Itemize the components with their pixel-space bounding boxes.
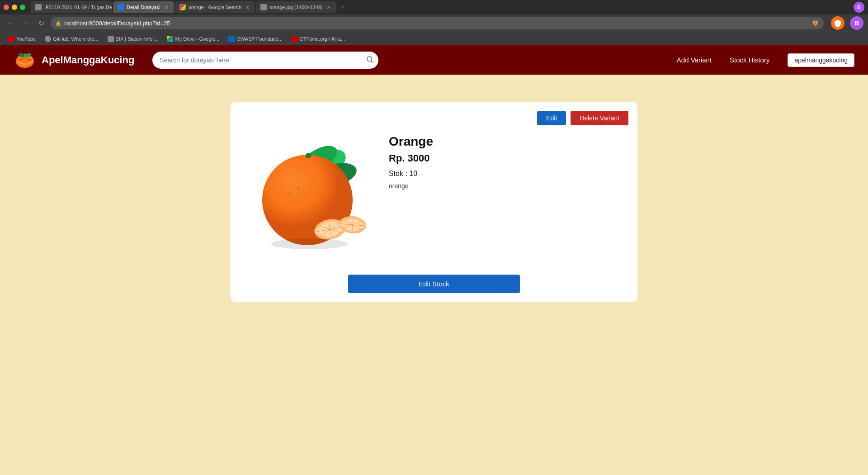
minimize-window-button[interactable] [12, 5, 17, 10]
svg-point-20 [325, 201, 326, 203]
bookmark-drive[interactable]: My Drive - Google... [163, 34, 223, 43]
bookmark-six[interactable]: SIX | Sistem Infor... [104, 34, 162, 43]
bookmark-youtube[interactable]: YouTube [5, 34, 39, 43]
search-container [152, 52, 378, 69]
bookmark-six-label: SIX | Sistem Infor... [116, 36, 158, 42]
svg-point-16 [293, 201, 295, 203]
close-window-button[interactable] [4, 5, 9, 10]
tab-favicon-2 [118, 4, 124, 10]
browser-tab-3[interactable]: orange - Google Search ✕ [175, 1, 255, 13]
svg-point-15 [320, 194, 322, 197]
bookmark-drive-label: My Drive - Google... [175, 36, 219, 42]
bookmark-ctf[interactable]: CTFtime.org / All a... [288, 34, 349, 43]
svg-point-19 [288, 192, 290, 194]
six-favicon [108, 36, 114, 42]
tab-bar: IF3110-2021-01-69 / Tugas Besar 1 ✕ Deta… [0, 0, 868, 14]
edit-button[interactable]: Edit [537, 111, 566, 125]
tab-favicon-1 [35, 4, 42, 10]
profile-button[interactable]: B [850, 16, 863, 30]
owasp-favicon [228, 36, 235, 42]
logo-area[interactable]: ApelManggaKucing [14, 49, 134, 71]
bookmarks-bar: YouTube GitHub: Where the... SIX | Siste… [0, 32, 868, 45]
tab-label-2: Detail Dorayaki [127, 5, 160, 10]
product-image [240, 130, 375, 261]
svg-point-32 [271, 238, 348, 249]
tab-favicon-4 [260, 4, 267, 10]
svg-point-13 [297, 187, 300, 190]
search-input[interactable] [152, 52, 378, 69]
address-bar-wrapper: 🔒 🦁 [51, 17, 824, 29]
main-content: Edit Delete Variant [0, 75, 868, 475]
address-bar-row: ← → ↻ 🔒 🦁 B [0, 14, 868, 32]
tab-label-3: orange - Google Search [189, 5, 241, 10]
user-button[interactable]: apelmanggakucing [788, 53, 854, 67]
product-price: Rp. 3000 [389, 152, 628, 164]
tab-label-4: orange.jpg (1400×1249) [269, 5, 323, 10]
back-button[interactable]: ← [5, 17, 16, 29]
bookmark-youtube-label: YouTube [16, 36, 36, 42]
stock-history-link[interactable]: Stock History [730, 56, 769, 64]
orange-svg [240, 130, 375, 261]
tab-label-1: IF3110-2021-01-69 / Tugas Besar 1 [44, 5, 112, 10]
product-body: Orange Rp. 3000 Stok : 10 orange [240, 130, 628, 261]
youtube-favicon [8, 36, 14, 42]
bookmark-owasp[interactable]: OWASP Foundatio... [225, 34, 286, 43]
edit-stock-wrapper: Edit Stock [240, 270, 628, 293]
app-header: ApelManggaKucing Add Variant Stock Histo… [0, 45, 868, 75]
product-name: Orange [389, 134, 628, 149]
github-favicon [45, 36, 51, 42]
delete-variant-button[interactable]: Delete Variant [571, 111, 628, 125]
tab-favicon-3 [179, 4, 186, 10]
edit-stock-button[interactable]: Edit Stock [348, 275, 520, 293]
browser-tab-4[interactable]: orange.jpg (1400×1249) ✕ [256, 1, 336, 13]
product-info: Orange Rp. 3000 Stok : 10 orange [389, 130, 628, 190]
bookmark-ctf-label: CTFtime.org / All a... [300, 36, 345, 42]
browser-profile-icon[interactable]: B [854, 2, 864, 13]
product-card: Edit Delete Variant [231, 102, 637, 302]
bookmark-github-label: GitHub: Where the... [53, 36, 98, 42]
product-stock: Stok : 10 [389, 170, 628, 178]
svg-point-17 [316, 206, 318, 208]
lock-icon: 🔒 [55, 20, 61, 26]
svg-line-6 [372, 61, 373, 62]
browser-chrome: IF3110-2021-01-69 / Tugas Besar 1 ✕ Deta… [0, 0, 868, 45]
svg-point-5 [367, 57, 372, 62]
svg-point-18 [302, 210, 304, 213]
ctf-favicon [292, 36, 298, 42]
address-input[interactable] [51, 17, 824, 29]
tab-close-2[interactable]: ✕ [163, 4, 170, 10]
new-tab-button[interactable]: + [337, 1, 349, 13]
svg-point-21 [306, 153, 311, 158]
brave-shield-icon: 🦁 [811, 19, 819, 27]
header-nav: Add Variant Stock History apelmanggakuci… [677, 53, 854, 67]
brave-icon [831, 16, 844, 30]
drive-favicon [167, 36, 173, 42]
logo-icon [14, 49, 36, 71]
window-controls [4, 5, 25, 10]
tab-close-4[interactable]: ✕ [326, 4, 332, 10]
search-button[interactable] [366, 55, 374, 65]
logo-text: ApelManggaKucing [42, 54, 134, 66]
browser-tab-2[interactable]: Detail Dorayaki ✕ [113, 1, 174, 13]
svg-point-14 [311, 183, 313, 185]
add-variant-link[interactable]: Add Variant [677, 56, 712, 64]
browser-tab-1[interactable]: IF3110-2021-01-69 / Tugas Besar 1 ✕ [31, 1, 112, 13]
forward-button[interactable]: → [20, 17, 32, 29]
bookmark-github[interactable]: GitHub: Where the... [41, 34, 102, 43]
tab-close-3[interactable]: ✕ [244, 4, 250, 10]
maximize-window-button[interactable] [20, 5, 25, 10]
reload-button[interactable]: ↻ [35, 17, 47, 29]
product-tag: orange [389, 182, 628, 190]
bookmark-owasp-label: OWASP Foundatio... [236, 36, 283, 42]
card-actions: Edit Delete Variant [240, 111, 628, 125]
